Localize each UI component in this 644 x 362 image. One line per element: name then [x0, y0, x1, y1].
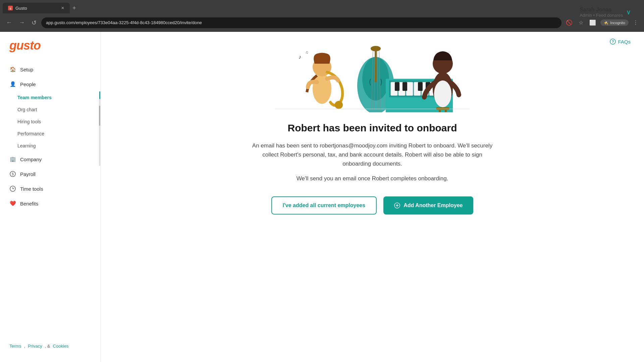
browser-toolbar: ← → ↺ app.gusto.com/employees/733e04aa-3… [0, 13, 644, 32]
sidebar-item-setup-label: Setup [20, 67, 33, 72]
address-bar[interactable]: app.gusto.com/employees/733e04aa-3225-4f… [41, 17, 561, 28]
svg-rect-41 [445, 110, 447, 112]
sidebar-item-benefits[interactable]: ❤️ Benefits [0, 196, 100, 211]
url-text: app.gusto.com/employees/733e04aa-3225-4f… [46, 20, 557, 25]
svg-text:♪: ♪ [299, 54, 301, 60]
content-area: ? FAQs [101, 32, 644, 362]
sidebar-item-time-tools-label: Time tools [20, 186, 43, 192]
sidebar-item-time-tools[interactable]: Time tools [0, 181, 100, 196]
add-employee-button[interactable]: Add Another Employee [383, 196, 473, 215]
sidebar-footer: Terms , Privacy , & Cookies [0, 337, 100, 355]
browser-tabs: g Gusto ✕ + [0, 0, 644, 13]
learning-label: Learning [17, 143, 36, 148]
svg-text:♫: ♫ [305, 50, 308, 55]
forward-button[interactable]: → [17, 17, 27, 28]
tab-favicon: g [8, 6, 13, 10]
logo-container: gusto [0, 39, 100, 62]
add-employee-label: Add Another Employee [404, 202, 463, 208]
sidebar-item-benefits-label: Benefits [20, 201, 38, 206]
action-buttons: I've added all current employees Add Ano… [248, 196, 496, 235]
benefits-icon: ❤️ [9, 200, 16, 207]
sidebar-item-people[interactable]: 👤 People [0, 77, 100, 92]
privacy-link[interactable]: Privacy [28, 344, 42, 349]
svg-rect-39 [436, 107, 449, 110]
svg-point-9 [335, 101, 343, 109]
main-content: ? FAQs [101, 32, 644, 362]
separator2: , & [45, 344, 50, 349]
success-content: Robert has been invited to onboard An em… [235, 112, 510, 251]
svg-rect-31 [418, 82, 423, 91]
done-button[interactable]: I've added all current employees [271, 196, 377, 215]
svg-rect-29 [395, 82, 399, 91]
browser-chrome: g Gusto ✕ + ← → ↺ app.gusto.com/employee… [0, 0, 644, 32]
user-name: Sarah Jonas [580, 7, 623, 13]
sidebar-item-company[interactable]: 🏢 Company [0, 152, 100, 167]
svg-rect-40 [439, 110, 441, 112]
home-icon: 🏠 [9, 66, 16, 73]
sidebar-item-people-label: People [20, 81, 36, 87]
refresh-button[interactable]: ↺ [30, 17, 39, 28]
logo: gusto [9, 39, 41, 52]
active-tab[interactable]: g Gusto ✕ [3, 3, 70, 13]
svg-rect-30 [402, 82, 407, 91]
onboard-illustration: ♪ ♫ [275, 39, 470, 112]
sidebar-item-payroll-label: Payroll [20, 171, 36, 177]
illustration-container: ♪ ♫ [272, 35, 473, 112]
user-role: Admin • Feed donares [580, 13, 623, 18]
payroll-icon: $ [9, 171, 16, 177]
sidebar: gusto 🏠 Setup 👤 People Team members Org … [0, 32, 101, 362]
team-members-label: Team members [17, 95, 52, 100]
hiring-tools-label: Hiring tools [17, 119, 41, 124]
org-chart-label: Org chart [17, 107, 37, 112]
cookies-link[interactable]: Cookies [53, 344, 69, 349]
success-description: An email has been sent to robertjonas@mo… [248, 141, 496, 169]
faqs-label: FAQs [618, 39, 631, 45]
sidebar-item-setup[interactable]: 🏠 Setup [0, 62, 100, 77]
svg-text:$: $ [12, 172, 14, 176]
scroll-indicator [99, 99, 100, 166]
page-title: Robert has been invited to onboard [248, 122, 496, 134]
user-details: Sarah Jonas Admin • Feed donares [580, 7, 623, 18]
people-icon: 👤 [9, 81, 16, 87]
svg-point-37 [434, 80, 451, 107]
terms-link[interactable]: Terms [9, 344, 21, 349]
new-tab-button[interactable]: + [72, 3, 76, 13]
tab-close-button[interactable]: ✕ [61, 6, 64, 10]
faqs-link[interactable]: ? FAQs [610, 39, 631, 45]
sidebar-item-org-chart[interactable]: Org chart [0, 104, 100, 116]
app: gusto 🏠 Setup 👤 People Team members Org … [0, 32, 644, 362]
top-header: Sarah Jonas Admin • Feed donares ∨ [566, 0, 644, 24]
svg-text:?: ? [612, 40, 614, 44]
sidebar-item-hiring-tools[interactable]: Hiring tools [0, 116, 100, 128]
user-info[interactable]: Sarah Jonas Admin • Feed donares ∨ [580, 7, 631, 18]
faqs-icon: ? [610, 39, 616, 45]
sidebar-item-performance[interactable]: Performance [0, 128, 100, 140]
user-dropdown-chevron: ∨ [626, 9, 631, 16]
sidebar-nav: 🏠 Setup 👤 People Team members Org chart … [0, 62, 100, 211]
scroll-thumb [99, 106, 100, 126]
company-icon: 🏢 [9, 156, 16, 163]
separator1: , [24, 344, 25, 349]
sidebar-item-learning[interactable]: Learning [0, 140, 100, 152]
performance-label: Performance [17, 131, 44, 136]
success-note: We'll send you an email once Robert comp… [248, 174, 496, 183]
back-button[interactable]: ← [4, 17, 14, 28]
tab-title: Gusto [15, 6, 27, 11]
sidebar-item-team-members[interactable]: Team members [0, 92, 100, 104]
time-icon [9, 185, 16, 192]
add-icon [394, 202, 400, 208]
sidebar-item-payroll[interactable]: $ Payroll [0, 167, 100, 181]
sidebar-item-company-label: Company [20, 157, 42, 162]
